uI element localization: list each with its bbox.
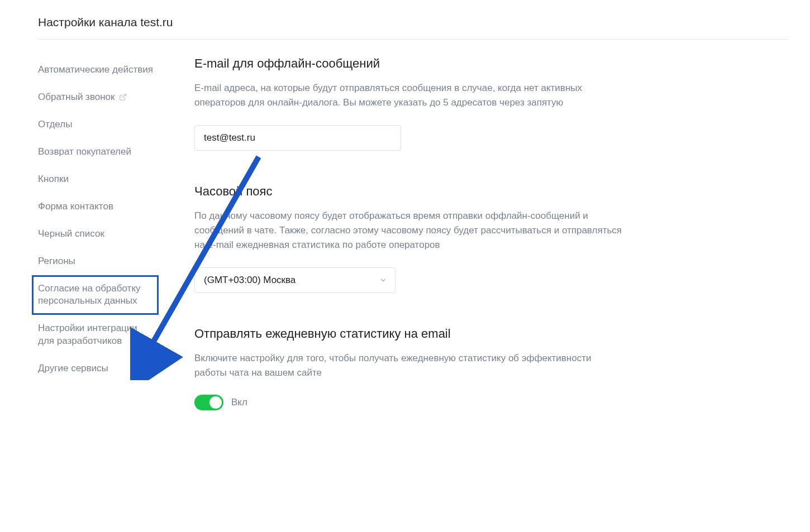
sidebar-item-3[interactable]: Возврат покупателей: [38, 138, 155, 166]
sidebar-item-label: Обратный звонок: [38, 91, 115, 104]
timezone-select-value: (GMT+03:00) Москва: [204, 275, 296, 286]
sidebar-item-label: Форма контактов: [38, 200, 113, 213]
email-input[interactable]: [194, 125, 401, 151]
section-timezone-desc: По данному часовому поясу будет отобража…: [194, 209, 625, 253]
section-stats-desc: Включите настройку для того, чтобы получ…: [194, 351, 625, 381]
timezone-select[interactable]: (GMT+03:00) Москва: [194, 267, 396, 293]
sidebar: Автоматические действияОбратный звонокОт…: [38, 56, 155, 444]
sidebar-item-label: Регионы: [38, 255, 75, 268]
sidebar-item-6[interactable]: Черный список: [38, 221, 155, 248]
toggle-knob: [209, 396, 222, 409]
divider: [38, 39, 788, 40]
stats-toggle[interactable]: [194, 395, 223, 410]
section-timezone: Часовой пояс По данному часовому поясу б…: [194, 184, 625, 293]
sidebar-item-1[interactable]: Обратный звонок: [38, 84, 155, 111]
chevron-down-icon: [379, 276, 387, 284]
svg-line-0: [122, 94, 126, 98]
section-email: E-mail для оффлайн-сообщений E-mail адре…: [194, 56, 625, 151]
sidebar-item-0[interactable]: Автоматические действия: [38, 56, 155, 84]
sidebar-item-label: Другие сервисы: [38, 362, 108, 375]
sidebar-item-2[interactable]: Отделы: [38, 111, 155, 138]
external-link-icon: [119, 93, 127, 101]
sidebar-item-label: Согласие на обработку персональных данны…: [38, 282, 153, 308]
sidebar-item-label: Черный список: [38, 228, 104, 241]
section-email-title: E-mail для оффлайн-сообщений: [194, 56, 625, 71]
main-content: E-mail для оффлайн-сообщений E-mail адре…: [194, 56, 625, 444]
sidebar-item-label: Кнопки: [38, 173, 69, 186]
sidebar-item-10[interactable]: Другие сервисы: [38, 355, 155, 382]
page-title: Настройки канала test.ru: [38, 16, 788, 39]
section-email-desc: E-mail адреса, на которые будут отправля…: [194, 81, 625, 111]
sidebar-item-5[interactable]: Форма контактов: [38, 193, 155, 221]
sidebar-item-label: Автоматические действия: [38, 64, 153, 76]
sidebar-item-4[interactable]: Кнопки: [38, 166, 155, 193]
section-stats-title: Отправлять ежедневную статистику на emai…: [194, 327, 625, 341]
sidebar-item-8[interactable]: Согласие на обработку персональных данны…: [32, 275, 159, 315]
sidebar-item-7[interactable]: Регионы: [38, 248, 155, 275]
stats-toggle-label: Вкл: [231, 397, 247, 408]
sidebar-item-9[interactable]: Настройки интеграции для разработчиков: [38, 315, 155, 355]
sidebar-item-label: Возврат покупателей: [38, 146, 131, 159]
sidebar-item-label: Настройки интеграции для разработчиков: [38, 322, 155, 348]
section-timezone-title: Часовой пояс: [194, 184, 625, 199]
sidebar-item-label: Отделы: [38, 118, 72, 131]
section-stats: Отправлять ежедневную статистику на emai…: [194, 327, 625, 411]
